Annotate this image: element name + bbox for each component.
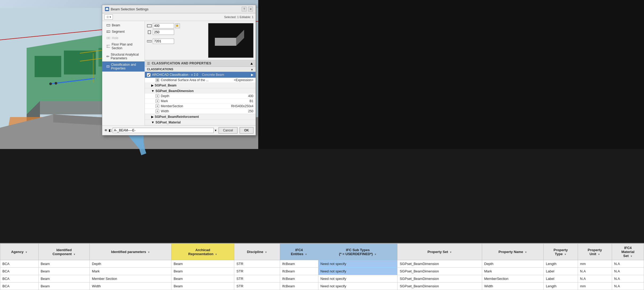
sort-icon-material-set: ▼ — [630, 255, 633, 258]
th-ifc4-material-set: IFC4MaterialSet ▼ — [612, 244, 644, 260]
cell-agency-2: BCA — [0, 275, 39, 283]
nav-label-hole: Hole — [112, 36, 118, 40]
cell-materialset-3: N.A — [612, 283, 644, 290]
width-lock-btn[interactable]: 🔒 — [175, 23, 180, 28]
cancel-button[interactable]: Cancel — [219, 127, 237, 134]
prop-icon-depth: ≡ — [155, 94, 159, 98]
cell-subtypes-2: Need not specify — [318, 275, 397, 283]
dialog-titlebar: Beam Selection Settings ? ✕ — [102, 5, 256, 13]
nav-item-classification[interactable]: Classification and Properties — [102, 61, 145, 72]
prop-width: ≡ Width 250 — [145, 109, 256, 114]
conditional-row: ⛓ Conditional Surface Area of the ... <E… — [145, 78, 256, 83]
nav-item-beam[interactable]: Beam — [102, 22, 145, 28]
beam-selection-dialog: Beam Selection Settings ? ✕ ☆ ▾ Selected… — [102, 5, 256, 135]
conditional-label: Conditional Surface Area of the ... — [161, 78, 232, 82]
layer-input[interactable] — [113, 128, 214, 133]
dark-right-panel — [258, 0, 644, 149]
cell-component-0: Beam — [38, 260, 90, 268]
sort-icon-property-set: ▼ — [450, 251, 452, 254]
cell-propertyset-1: SGPset_BeamDimension — [397, 268, 482, 275]
table-row: BCA Beam Member Section Beam STR IfcBeam… — [0, 275, 644, 283]
prop-value-width: 250 — [232, 109, 253, 113]
ok-button[interactable]: OK — [240, 127, 253, 134]
cell-discipline-3: STR — [234, 283, 280, 290]
classification-panel: ☰ CLASSIFICATION AND PROPERTIES ▲ CLASSI… — [145, 60, 256, 125]
svg-point-14 — [55, 82, 57, 85]
svg-rect-29 — [106, 45, 110, 48]
sort-icon-archicad: ▼ — [215, 253, 217, 256]
cell-archicad-0: Beam — [171, 260, 234, 268]
cell-ifc4-0: IfcBeam — [280, 260, 318, 268]
panel-icon: ☰ — [147, 61, 150, 65]
prop-name-member: MemberSection — [161, 104, 231, 108]
help-button[interactable]: ? — [242, 7, 247, 11]
group-reinforcement-header[interactable]: ▶ SGPset_BeamReinforcement — [145, 114, 256, 119]
nav-label-classification: Classification and Properties — [111, 63, 142, 70]
height-input[interactable] — [153, 30, 174, 35]
prop-icon-width: ≡ — [155, 109, 159, 113]
classification-checkbox[interactable] — [147, 73, 150, 77]
dimension-fields: 🔒 — [147, 23, 206, 58]
sort-icon-property-type: ▼ — [564, 253, 567, 256]
expand-icon-beam: ▶ — [151, 84, 154, 87]
svg-rect-36 — [148, 31, 151, 34]
cell-propertyset-0: SGPset_BeamDimension — [397, 260, 482, 268]
cell-component-1: Beam — [38, 268, 90, 275]
cell-propertyunit-3: mm — [578, 283, 612, 290]
cell-parameters-2: Member Section — [90, 275, 171, 283]
svg-rect-25 — [106, 31, 110, 32]
classifications-section-header: CLASSIFICATIONS ▲ — [145, 67, 256, 72]
prop-value-depth: 400 — [232, 94, 253, 98]
table-row: BCA Beam Width Beam STR IfcBeam Need not… — [0, 283, 644, 290]
cell-subtypes-0: Need not specify — [318, 260, 397, 268]
group-beam-header[interactable]: ▶ SGPset_Beam — [145, 83, 256, 88]
expand-icon-beam-dim: ▼ — [151, 89, 154, 93]
cell-propertyunit-2: N.A — [578, 275, 612, 283]
nav-label-segment: Segment — [112, 30, 125, 34]
nav-item-structural[interactable]: Structural Analytical Parameters — [102, 51, 145, 61]
cell-archicad-2: Beam — [171, 275, 234, 283]
dialog-footer: 👁 ◧ ▾ Cancel OK — [102, 125, 256, 135]
nav-item-segment[interactable]: Segment — [102, 28, 145, 35]
cell-materialset-2: N.A — [612, 275, 644, 283]
cell-parameters-3: Width — [90, 283, 171, 290]
group-material-header[interactable]: ▼ SGPset_Material — [145, 120, 256, 125]
cell-agency-0: BCA — [0, 260, 39, 268]
prop-icon-mark: ≡ — [155, 99, 159, 103]
nav-item-floor-plan[interactable]: Floor Plan and Section — [102, 41, 145, 51]
cell-propertyname-2: MemberSection — [482, 275, 544, 283]
cell-subtypes-1: Need not specify — [318, 268, 397, 275]
close-button[interactable]: ✕ — [248, 7, 253, 11]
expand-icon-material: ▼ — [151, 121, 154, 124]
sort-icon-component: ▼ — [73, 253, 76, 256]
cell-propertyname-3: Width — [482, 283, 544, 290]
cell-agency-3: BCA — [0, 283, 39, 290]
panel-collapse-btn[interactable]: ▲ — [250, 61, 253, 65]
th-ifc4-entities: IFC4Entities ▼ — [280, 244, 318, 260]
prop-value-member: RHS400x250x4 — [231, 104, 253, 108]
svg-rect-6 — [64, 51, 96, 74]
width-input[interactable] — [153, 23, 174, 28]
favorite-button[interactable]: ☆ ▾ — [104, 14, 113, 20]
height-row — [147, 30, 206, 35]
link-icon: ⛓ — [155, 78, 159, 82]
classification-expand[interactable]: ▶ — [251, 73, 253, 77]
prop-mark: ≡ Mark B1 — [145, 99, 256, 104]
classifications-collapse[interactable]: ▲ — [251, 68, 253, 71]
cell-materialset-1: N.A — [612, 268, 644, 275]
th-discipline: Discipline ▼ — [234, 244, 280, 260]
sort-icon-property-name: ▼ — [525, 251, 527, 254]
length-input[interactable] — [153, 39, 174, 44]
layer-dropdown[interactable]: ▾ — [215, 129, 216, 132]
svg-rect-24 — [106, 24, 110, 26]
group-reinforcement-label: SGPset_BeamReinforcement — [155, 115, 199, 119]
th-archicad-representation: ArchicadRepresentation ▼ — [171, 244, 234, 260]
property-group-material: ▼ SGPset_Material — [145, 120, 256, 125]
titlebar-controls: ? ✕ — [242, 7, 253, 11]
cell-propertyset-3: SGPset_BeamDimension — [397, 283, 482, 290]
nav-label-floor-plan: Floor Plan and Section — [112, 43, 142, 50]
property-group-reinforcement: ▶ SGPset_BeamReinforcement — [145, 114, 256, 120]
cell-parameters-1: Mark — [90, 268, 171, 275]
nav-item-hole: Hole — [102, 35, 145, 41]
group-beam-dimension-header[interactable]: ▼ SGPset_BeamDimension — [145, 88, 256, 94]
